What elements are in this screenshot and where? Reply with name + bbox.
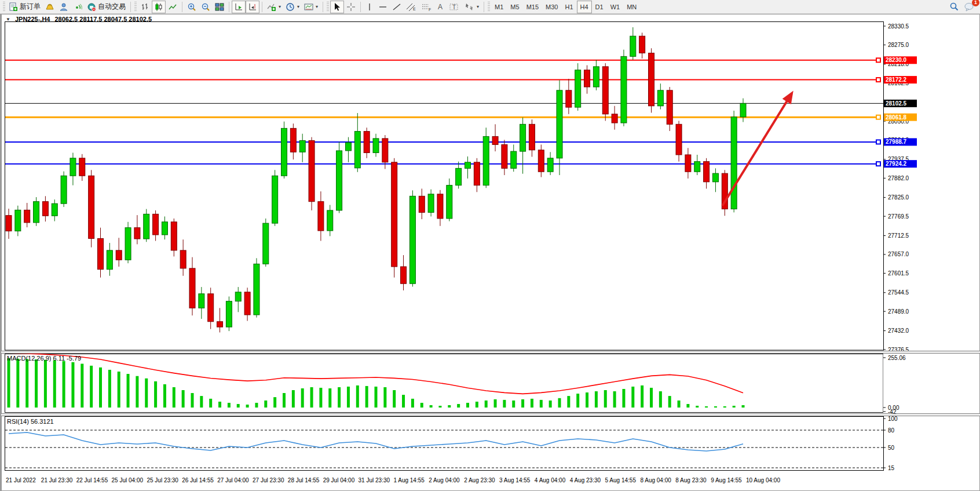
horizontal-line-tool-button[interactable] [376, 1, 390, 13]
equidistant-channel-icon: E [406, 2, 416, 12]
new-order-label: 新订单 [20, 2, 41, 12]
timeframe-m5-button[interactable]: M5 [507, 1, 522, 13]
arrows-icon [464, 2, 474, 12]
timeframe-m30-button[interactable]: M30 [542, 1, 561, 13]
svg-text:1 Aug 14:55: 1 Aug 14:55 [393, 477, 425, 483]
chart-ohlc-values: 28062.5 28117.5 28047.5 28102.5 [54, 16, 152, 23]
toolbar-separator [262, 2, 262, 12]
svg-text:A: A [438, 3, 443, 11]
toolbar-separator [182, 2, 182, 12]
svg-text:27924.2: 27924.2 [886, 161, 907, 167]
search-button[interactable] [947, 1, 961, 13]
signals-button[interactable] [71, 1, 85, 13]
new-order-button[interactable]: 新订单 [6, 1, 43, 13]
toolbar-grip [327, 2, 329, 12]
svg-text:22 Jul 14:55: 22 Jul 14:55 [76, 477, 108, 483]
toolbar-grip [488, 2, 490, 12]
periods-dropdown-arrow: ▾ [297, 4, 299, 9]
indicators-dropdown-arrow: ▾ [279, 4, 281, 9]
text-icon: A [436, 2, 444, 12]
svg-text:4 Aug 04:00: 4 Aug 04:00 [535, 477, 566, 483]
text-tool-button[interactable]: A [434, 1, 447, 13]
svg-text:80: 80 [888, 427, 895, 434]
auto-trading-button[interactable]: 自动交易 [85, 1, 128, 13]
ohlc-collapse-icon[interactable]: ▼ [6, 17, 10, 22]
svg-text:27657.0: 27657.0 [888, 251, 909, 257]
chart-canvas[interactable]: 28330.528275.028218.028162.528106.528050… [1, 14, 980, 491]
horizontal-line-icon [378, 2, 387, 12]
periods-button[interactable]: ▾ [283, 1, 302, 13]
zoom-out-button[interactable] [199, 1, 213, 13]
trendline-tool-button[interactable] [390, 1, 404, 13]
toolbar-grip [134, 2, 137, 12]
svg-text:50: 50 [888, 445, 895, 451]
svg-text:E: E [413, 7, 416, 11]
svg-text:27712.5: 27712.5 [888, 232, 909, 239]
svg-text:2 Aug 23:30: 2 Aug 23:30 [464, 477, 495, 483]
svg-text:27601.5: 27601.5 [888, 270, 909, 277]
chart-shift-button[interactable] [246, 1, 259, 13]
timeframe-h1-button[interactable]: H1 [561, 1, 576, 13]
fibonacci-icon: F [421, 2, 432, 12]
svg-text:255.06: 255.06 [888, 355, 906, 361]
svg-text:27825.0: 27825.0 [888, 194, 909, 201]
cursor-tool-button[interactable] [330, 1, 344, 13]
auto-scroll-button[interactable] [232, 1, 246, 13]
new-order-icon [9, 2, 18, 12]
svg-text:28102.5: 28102.5 [886, 100, 907, 107]
svg-text:28275.0: 28275.0 [888, 42, 909, 48]
svg-text:15: 15 [888, 465, 895, 471]
main-toolbar: 新订单 自动交易 ▾ [0, 0, 980, 14]
timeframe-m1-button[interactable]: M1 [491, 1, 507, 13]
svg-text:28330.5: 28330.5 [888, 23, 909, 30]
svg-text:29 Jul 04:00: 29 Jul 04:00 [323, 477, 355, 483]
signals-icon [73, 2, 82, 12]
candlestick-chart-button[interactable] [152, 1, 166, 13]
tile-windows-icon [215, 2, 224, 12]
auto-trading-label: 自动交易 [98, 2, 126, 12]
svg-text:21 Jul 2022: 21 Jul 2022 [6, 477, 36, 483]
equidistant-channel-tool-button[interactable]: E [404, 1, 419, 13]
svg-text:10 Aug 04:00: 10 Aug 04:00 [746, 477, 780, 483]
templates-button[interactable]: ▾ [302, 1, 320, 13]
chart-shift-icon [248, 2, 257, 12]
zoom-in-button[interactable] [185, 1, 199, 13]
svg-text:4 Aug 23:30: 4 Aug 23:30 [570, 477, 601, 483]
rsi-indicator-label: RSI(14) 56.3121 [7, 418, 54, 425]
trendline-icon [392, 2, 401, 12]
svg-text:28061.8: 28061.8 [886, 114, 907, 121]
timeframe-mn-button[interactable]: MN [623, 1, 640, 13]
svg-text:2 Aug 04:00: 2 Aug 04:00 [429, 477, 460, 483]
notifications-button[interactable]: 1 [961, 1, 977, 13]
template-icon [304, 2, 313, 12]
svg-text:27489.0: 27489.0 [888, 308, 909, 315]
toolbar-separator [229, 2, 229, 12]
candlestick-chart-icon [154, 2, 163, 12]
toolbar-separator [323, 2, 323, 12]
vertical-line-tool-button[interactable] [363, 1, 376, 13]
indicators-button[interactable]: ▾ [265, 1, 283, 13]
bar-chart-button[interactable] [138, 1, 152, 13]
fibonacci-tool-button[interactable]: F [419, 1, 434, 13]
crosshair-tool-button[interactable] [344, 1, 358, 13]
text-label-tool-button[interactable]: T [447, 1, 462, 13]
svg-text:27 Jul 23:30: 27 Jul 23:30 [253, 477, 284, 483]
line-chart-button[interactable] [166, 1, 180, 13]
svg-text:28172.2: 28172.2 [886, 77, 907, 83]
svg-text:26 Jul 14:55: 26 Jul 14:55 [182, 477, 214, 483]
timeframe-d1-button[interactable]: D1 [592, 1, 607, 13]
svg-text:9 Aug 14:55: 9 Aug 14:55 [711, 477, 742, 483]
arrows-tool-button[interactable]: ▾ [462, 1, 481, 13]
tile-windows-button[interactable] [213, 1, 226, 13]
crosshair-icon [346, 2, 356, 12]
svg-text:5 Aug 14:55: 5 Aug 14:55 [605, 477, 637, 483]
timeframe-m15-button[interactable]: M15 [523, 1, 542, 13]
cursor-icon [332, 2, 342, 12]
chart-profiles-button[interactable] [43, 1, 57, 13]
svg-text:T: T [452, 3, 456, 10]
timeframe-h4-button[interactable]: H4 [577, 1, 592, 13]
svg-text:8 Aug 04:00: 8 Aug 04:00 [640, 477, 671, 483]
timeframe-w1-button[interactable]: W1 [607, 1, 624, 13]
zoom-out-icon [201, 2, 210, 12]
mql5-community-button[interactable] [57, 1, 71, 13]
